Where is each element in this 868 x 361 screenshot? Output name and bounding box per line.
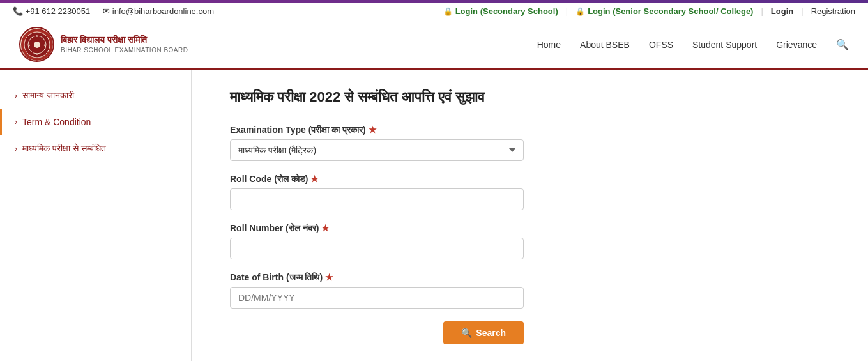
sidebar-item-term-condition[interactable]: › Term & Condition [0, 109, 191, 135]
dob-input[interactable] [230, 287, 524, 309]
sidebar-label-general: सामान्य जानकारी [22, 90, 74, 101]
nav-about[interactable]: About BSEB [580, 40, 630, 50]
sidebar-divider-3 [6, 162, 185, 162]
main-content: › सामान्य जानकारी › Term & Condition › म… [0, 70, 868, 361]
sidebar-item-madhyamik[interactable]: › माध्यमिक परीक्षा से सम्बंधित [0, 135, 191, 162]
nav-ofss[interactable]: OFSS [649, 40, 673, 50]
svg-text:★: ★ [36, 52, 38, 56]
required-star-1: ★ [369, 125, 377, 135]
top-bar: 📞 +91 612 2230051 ✉ info@biharboardonlin… [0, 3, 868, 20]
divider-2: | [761, 6, 763, 16]
lock-icon-secondary: 🔒 [443, 7, 453, 16]
sidebar-item-general-info[interactable]: › सामान्य जानकारी [0, 82, 191, 109]
logo-area: ★ ★ ★ ★ बिहार विद्यालय परीक्षा समिति BIH… [19, 27, 188, 62]
top-bar-left: 📞 +91 612 2230051 ✉ info@biharboardonlin… [13, 6, 214, 16]
lock-icon-senior: 🔒 [575, 7, 585, 16]
form-area: माध्यमिक परीक्षा 2022 से सम्बंधित आपत्ति… [192, 70, 868, 361]
nav-grievance[interactable]: Grievance [776, 40, 817, 50]
chevron-icon-term: › [15, 118, 17, 127]
exam-type-select[interactable]: माध्यमिक परीक्षा (मैट्रिक) इंटरमीडिएट पर… [230, 139, 524, 161]
search-button[interactable]: 🔍 Search [443, 321, 524, 344]
login-senior-link[interactable]: 🔒 Login (Senior Secondary School/ Colleg… [575, 6, 753, 16]
chevron-icon-general: › [15, 91, 17, 100]
roll-code-label: Roll Code (रोल कोड)★ [230, 174, 830, 185]
roll-code-group: Roll Code (रोल कोड)★ [230, 174, 830, 210]
search-btn-label: Search [476, 328, 506, 338]
registration-link[interactable]: Registration [811, 6, 855, 16]
svg-text:★: ★ [43, 43, 46, 47]
sidebar-label-madhyamik: माध्यमिक परीक्षा से सम्बंधित [22, 143, 106, 154]
chevron-icon-madhyamik: › [15, 144, 17, 153]
svg-point-2 [34, 42, 40, 48]
svg-text:★: ★ [28, 43, 31, 47]
nav-home[interactable]: Home [537, 40, 561, 50]
required-star-2: ★ [310, 174, 319, 184]
logo-circle: ★ ★ ★ ★ [19, 27, 54, 62]
search-icon[interactable]: 🔍 [836, 38, 849, 50]
sidebar-label-term: Term & Condition [22, 117, 91, 127]
search-btn-icon: 🔍 [461, 328, 472, 338]
site-header: ★ ★ ★ ★ बिहार विद्यालय परीक्षा समिति BIH… [0, 20, 868, 70]
required-star-4: ★ [325, 272, 333, 282]
divider-1: | [566, 6, 568, 16]
divider-3: | [801, 6, 803, 16]
sidebar: › सामान्य जानकारी › Term & Condition › म… [0, 70, 192, 361]
svg-text:★: ★ [36, 35, 38, 38]
roll-number-input[interactable] [230, 238, 524, 259]
logo-emblem: ★ ★ ★ ★ [21, 29, 53, 61]
roll-number-label: Roll Number (रोल नंबर)★ [230, 223, 830, 234]
page-title: माध्यमिक परीक्षा 2022 से सम्बंधित आपत्ति… [230, 89, 830, 105]
dob-group: Date of Birth (जन्म तिथि)★ [230, 272, 830, 309]
roll-number-group: Roll Number (रोल नंबर)★ [230, 223, 830, 259]
email-address: ✉ info@biharboardonline.com [103, 6, 214, 16]
logo-text: बिहार विद्यालय परीक्षा समिति BIHAR SCHOO… [61, 34, 188, 56]
exam-type-group: Examination Type (परीक्षा का प्रकार)★ मा… [230, 125, 830, 161]
nav-student-support[interactable]: Student Support [692, 40, 757, 50]
login-secondary-link[interactable]: 🔒 Login (Secondary School) [443, 6, 558, 16]
main-nav: Home About BSEB OFSS Student Support Gri… [537, 38, 849, 50]
roll-code-input[interactable] [230, 188, 524, 210]
required-star-3: ★ [321, 223, 330, 233]
phone-number: 📞 +91 612 2230051 [13, 6, 90, 16]
login-link[interactable]: Login [771, 6, 793, 16]
logo-hindi: बिहार विद्यालय परीक्षा समिति [61, 34, 188, 47]
top-bar-right: 🔒 Login (Secondary School) | 🔒 Login (Se… [443, 6, 855, 16]
button-row: 🔍 Search [230, 321, 524, 344]
dob-label: Date of Birth (जन्म तिथि)★ [230, 272, 830, 283]
exam-type-label: Examination Type (परीक्षा का प्रकार)★ [230, 125, 830, 135]
logo-english: BIHAR SCHOOL EXAMINATION BOARD [61, 46, 188, 55]
